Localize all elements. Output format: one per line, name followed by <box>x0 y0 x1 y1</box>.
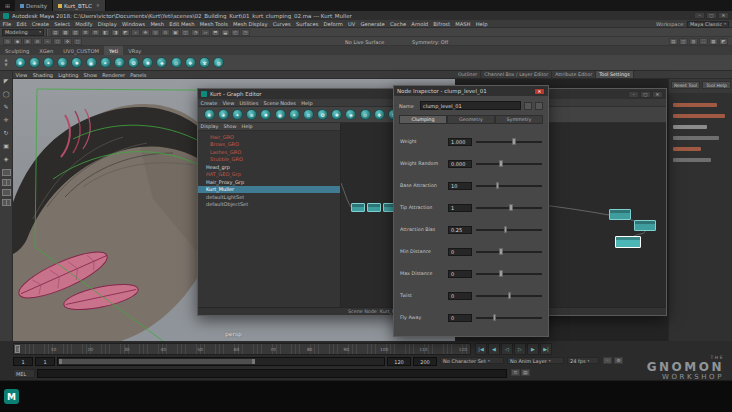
param-slider[interactable] <box>476 137 542 146</box>
tool-settings-item[interactable] <box>673 143 728 154</box>
status-icon[interactable]: ▱ <box>201 29 210 36</box>
close-icon[interactable]: ✕ <box>96 3 100 8</box>
shelf-tab[interactable]: Yeti <box>104 46 123 55</box>
tool-icon[interactable]: ▣ <box>1 140 11 150</box>
inspector-tab[interactable]: Clumping <box>399 115 447 124</box>
auto-keyframe-icon[interactable]: ◦ <box>603 357 612 364</box>
yeti-shelf-icon[interactable]: ✺ <box>15 57 26 68</box>
yeti-shelf-icon[interactable]: ✹ <box>71 57 82 68</box>
menu-item[interactable]: Show <box>221 124 239 129</box>
playback-button[interactable]: ◁ <box>501 343 513 355</box>
menu-item[interactable]: Generate <box>358 21 387 27</box>
yeti-shelf-icon[interactable]: ◉ <box>86 57 97 68</box>
menu-item[interactable]: Create <box>198 100 220 106</box>
node-inspector-title-bar[interactable]: Node Inspector - clump_level_01 ✕ <box>394 86 548 96</box>
param-value-field[interactable]: 0 <box>448 270 472 278</box>
layout-outliner-icon[interactable] <box>2 199 11 206</box>
script-editor-icon[interactable]: ≡ <box>511 369 520 376</box>
menu-item[interactable]: Create <box>29 21 51 27</box>
graph-node[interactable] <box>615 236 641 248</box>
param-slider[interactable] <box>476 247 542 256</box>
yeti-shelf-icon[interactable]: ✱ <box>142 57 153 68</box>
os-tab-density[interactable]: Density <box>15 0 53 11</box>
menu-item[interactable]: Edit Mesh <box>167 21 198 27</box>
graph-node[interactable] <box>367 203 381 212</box>
tool-icon[interactable]: ◈ <box>1 153 11 163</box>
graph-node[interactable] <box>634 220 656 231</box>
param-value-field[interactable]: 1.000 <box>448 138 472 146</box>
status-icon[interactable]: ◩ <box>121 29 130 36</box>
param-value-field[interactable]: 0.25 <box>448 226 472 234</box>
status-icon[interactable]: ◩ <box>719 38 728 45</box>
tool-icon[interactable]: ↻ <box>1 127 11 137</box>
yeti-node-icon[interactable]: ✹ <box>260 109 271 120</box>
menu-item[interactable]: File <box>0 21 14 27</box>
tree-item[interactable]: Brows_GRO <box>198 141 340 149</box>
lock-icon[interactable] <box>524 102 532 110</box>
slider-handle[interactable] <box>509 204 513 211</box>
tree-item[interactable]: Hair_Proxy_Grp <box>198 178 340 186</box>
tool-help-button[interactable]: Tool Help <box>702 81 731 89</box>
menu-item[interactable]: Surfaces <box>293 21 321 27</box>
dock-tab[interactable]: Attribute Editor <box>552 71 596 78</box>
menu-item[interactable]: Curves <box>270 21 293 27</box>
menu-item[interactable]: Help <box>299 100 316 106</box>
yeti-shelf-icon[interactable]: ❖ <box>185 57 196 68</box>
playback-button[interactable]: |◀ <box>475 343 487 355</box>
status-icon[interactable]: ⌖ <box>131 29 140 36</box>
param-value-field[interactable]: 10 <box>448 182 472 190</box>
yeti-node-icon[interactable]: ◉ <box>275 109 286 120</box>
status-icon[interactable]: ▤ <box>51 29 60 36</box>
status-icon[interactable]: ⛶ <box>699 38 708 45</box>
menu-item[interactable]: Help <box>473 21 490 27</box>
menu-item[interactable]: Windows <box>119 21 147 27</box>
panel-menu-item[interactable]: View <box>13 72 30 78</box>
command-mode-toggle[interactable]: MEL <box>13 369 35 378</box>
yeti-shelf-icon[interactable]: ⊛ <box>57 57 68 68</box>
slider-handle[interactable] <box>508 292 512 299</box>
refresh-icon[interactable] <box>535 102 543 110</box>
playback-button[interactable]: ▶| <box>540 343 552 355</box>
tree-item[interactable]: Stubble_GRO <box>198 156 340 164</box>
panel-menu-item[interactable]: Panels <box>128 72 149 78</box>
tree-item[interactable]: Hair_GRO <box>198 133 340 141</box>
tree-item[interactable]: Head_grp <box>198 163 340 171</box>
maya-taskbar-icon[interactable]: M <box>4 389 19 404</box>
playback-end-field[interactable]: 120 <box>387 357 411 366</box>
status-icon[interactable]: ▦ <box>61 29 70 36</box>
shelf-tab[interactable]: UV0_CUSTOM <box>58 46 104 55</box>
close-button[interactable]: ✕ <box>534 88 545 95</box>
tool-settings-item[interactable] <box>673 154 728 165</box>
slider-handle[interactable] <box>493 314 497 321</box>
yeti-node-icon[interactable]: ✦ <box>232 109 243 120</box>
playback-start-field[interactable]: 1 <box>35 357 55 366</box>
status-icon[interactable]: ◫ <box>181 29 190 36</box>
param-slider[interactable] <box>476 225 542 234</box>
yeti-node-icon[interactable]: ❂ <box>317 109 328 120</box>
yeti-node-icon[interactable]: ◈ <box>345 109 356 120</box>
animation-start-field[interactable]: 1 <box>13 357 33 366</box>
tree-item[interactable]: defaultObjectSet <box>198 201 340 209</box>
menu-item[interactable]: Mesh Display <box>230 21 270 27</box>
yeti-node-icon[interactable]: ⊘ <box>303 109 314 120</box>
slider-handle[interactable] <box>499 248 503 255</box>
close-button[interactable]: ✕ <box>652 91 663 98</box>
dock-tab[interactable]: Channel Box / Layer Editor <box>481 71 552 78</box>
playback-button[interactable]: ▷ <box>514 343 526 355</box>
param-slider[interactable] <box>476 181 542 190</box>
status-icon[interactable]: ◧ <box>101 29 110 36</box>
animation-end-field[interactable]: 200 <box>413 357 437 366</box>
menu-item[interactable]: Display <box>95 21 119 27</box>
slider-handle[interactable] <box>499 270 503 277</box>
shelf-tab[interactable]: VRay <box>123 46 146 55</box>
tool-icon[interactable]: ◯ <box>1 88 11 98</box>
param-slider[interactable] <box>476 203 542 212</box>
menu-item[interactable]: Bifrost <box>431 21 453 27</box>
status-icon[interactable]: ◳ <box>241 29 250 36</box>
status-icon[interactable]: ◆ <box>13 38 22 45</box>
yeti-node-icon[interactable]: ⊙ <box>360 109 371 120</box>
tree-item[interactable]: HAT_GEO_Grp <box>198 171 340 179</box>
status-icon[interactable]: ⬒ <box>211 29 220 36</box>
status-icon[interactable]: ▦ <box>709 38 718 45</box>
maximize-button[interactable]: ▢ <box>640 91 651 98</box>
